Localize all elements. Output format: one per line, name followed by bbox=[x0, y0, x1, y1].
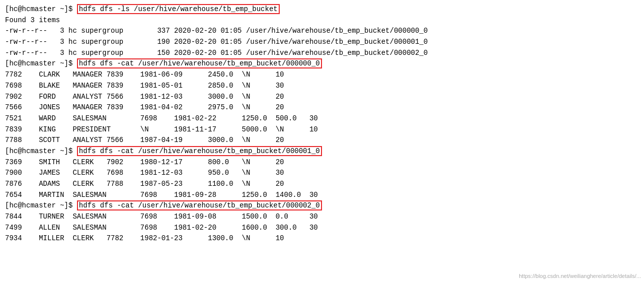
line-emp1: 7782 CLARK MANAGER 7839 1981-06-09 2450.… bbox=[5, 69, 639, 81]
line-emp12: 7844 TURNER SALESMAN 7698 1981-09-08 150… bbox=[5, 212, 639, 223]
line-file2: -rw-r--r-- 3 hc supergroup 190 2020-02-2… bbox=[5, 37, 639, 48]
line-file3: -rw-r--r-- 3 hc supergroup 150 2020-02-2… bbox=[5, 48, 639, 59]
line-emp8: 7369 SMITH CLERK 7902 1980-12-17 800.0 \… bbox=[5, 157, 639, 168]
line-prompt-cat2: [hc@hcmaster ~]$ hdfs dfs -cat /user/hiv… bbox=[5, 200, 639, 212]
command-cat2: hdfs dfs -cat /user/hive/warehouse/tb_em… bbox=[77, 200, 322, 210]
line-emp4: 7566 JONES MANAGER 7839 1981-04-02 2975.… bbox=[5, 102, 639, 113]
command-cat0: hdfs dfs -cat /user/hive/warehouse/tb_em… bbox=[77, 58, 322, 68]
line-emp2: 7698 BLAKE MANAGER 7839 1981-05-01 2850.… bbox=[5, 81, 639, 92]
line-found: Found 3 items bbox=[5, 15, 639, 26]
command-ls: hdfs dfs -ls /user/hive/warehouse/tb_emp… bbox=[77, 4, 280, 14]
line-file1: -rw-r--r-- 3 hc supergroup 337 2020-02-2… bbox=[5, 26, 639, 37]
line-emp7: 7788 SCOTT ANALYST 7566 1987-04-19 3000.… bbox=[5, 135, 639, 146]
line-emp6: 7839 KING PRESIDENT \N 1981-11-17 5000.0… bbox=[5, 124, 639, 135]
prompt-2: [hc@hcmaster ~]$ bbox=[5, 59, 77, 67]
terminal-output: [hc@hcmaster ~]$ hdfs dfs -ls /user/hive… bbox=[5, 4, 639, 244]
line-emp5: 7521 WARD SALESMAN 7698 1981-02-22 1250.… bbox=[5, 113, 639, 124]
line-prompt-cat1: [hc@hcmaster ~]$ hdfs dfs -cat /user/hiv… bbox=[5, 146, 639, 157]
line-prompt-cat0: [hc@hcmaster ~]$ hdfs dfs -cat /user/hiv… bbox=[5, 58, 639, 69]
prompt-4: [hc@hcmaster ~]$ bbox=[5, 201, 77, 209]
prompt-3: [hc@hcmaster ~]$ bbox=[5, 147, 77, 155]
line-emp11: 7654 MARTIN SALESMAN 7698 1981-09-28 125… bbox=[5, 190, 639, 201]
line-emp9: 7900 JAMES CLERK 7698 1981-12-03 950.0 \… bbox=[5, 168, 639, 179]
line-emp14: 7934 MILLER CLERK 7782 1982-01-23 1300.0… bbox=[5, 233, 639, 244]
prompt-1: [hc@hcmaster ~]$ bbox=[5, 5, 77, 13]
line-emp3: 7902 FORD ANALYST 7566 1981-12-03 3000.0… bbox=[5, 92, 639, 103]
watermark: https://blog.csdn.net/weilianghere/artic… bbox=[519, 273, 641, 279]
line-prompt-ls: [hc@hcmaster ~]$ hdfs dfs -ls /user/hive… bbox=[5, 4, 639, 15]
command-cat1: hdfs dfs -cat /user/hive/warehouse/tb_em… bbox=[77, 146, 322, 156]
line-emp13: 7499 ALLEN SALESMAN 7698 1981-02-20 1600… bbox=[5, 223, 639, 234]
line-emp10: 7876 ADAMS CLERK 7788 1987-05-23 1100.0 … bbox=[5, 179, 639, 190]
